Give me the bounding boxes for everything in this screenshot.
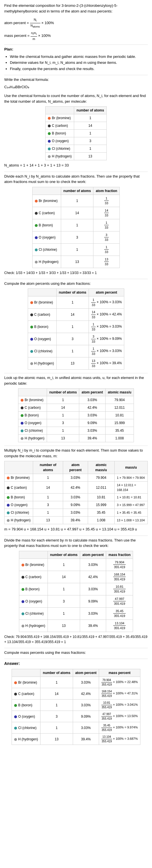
mass-pct-ans: 168.154355.419 × 100% = 47.31%	[99, 688, 140, 700]
col-mass4: atomic mass/u	[105, 389, 134, 396]
table-row: H (hydrogen) 13 1333 × 100% = 39.4%	[28, 358, 124, 370]
table-row: O (oxygen) 3 9.09% 15.999	[18, 419, 134, 427]
atom-pct-mf: 42.4%	[80, 571, 106, 583]
count-mf: 1	[47, 607, 80, 620]
table-row: Br (bromine) 1 3.03% 79.904355.419	[19, 559, 133, 571]
col-number-of-atoms: number of atoms	[74, 107, 106, 114]
mass-pct-ans: 13.104355.419 × 100% = 3.687%	[99, 734, 140, 745]
element-label: C (carbon)	[12, 688, 40, 700]
table-row: H (hydrogen) 13	[46, 153, 106, 160]
mass-mc: 1.008	[88, 517, 114, 524]
plan-item-2: Determine values for N_i, m_i, N_atoms a…	[10, 60, 148, 65]
table-row: Cl (chlorine) 1	[46, 145, 106, 153]
count-mc: 1	[33, 509, 63, 517]
col-mass-u: mass/u	[114, 461, 148, 474]
element-dot	[48, 148, 51, 150]
check-fractions: Check: 1/33 + 14/33 + 1/33 + 3/33 + 1/33…	[4, 270, 148, 275]
col-mass-pct7: mass percent	[99, 669, 140, 677]
count-ans: 1	[40, 722, 73, 734]
atom-pct-am: 9.09%	[79, 419, 105, 427]
element-label: Cl (chlorine)	[19, 607, 47, 620]
atom-pct-ans: 39.4%	[73, 734, 99, 745]
atom-pct-am: 39.4%	[79, 435, 105, 442]
table-row: Br (bromine) 1 3.03% 79.904	[18, 396, 134, 404]
table-row: B (boron) 1 3.03% 10.81355.419 × 100% = …	[12, 700, 140, 711]
element-label: Br (bromine)	[32, 194, 61, 207]
element-dot	[48, 155, 51, 158]
atom-pct-mc: 39.4%	[63, 517, 88, 524]
element-dot	[7, 487, 10, 489]
element-label: B (boron)	[4, 494, 33, 501]
atom-count-frac: 1	[61, 194, 93, 207]
element-dot	[14, 704, 17, 707]
formula-instruction: Write the chemical formula:	[4, 77, 148, 83]
formulas-section: atom percent = NiNatoms × 100% mass perc…	[4, 17, 148, 41]
atom-count-frac: 1	[61, 243, 93, 255]
table-row: Cl (chlorine) 1 3.03% 35.45 1 × 35.45 = …	[4, 509, 148, 517]
element-label: O (oxygen)	[46, 137, 74, 145]
col-num-atoms5: number of atoms	[33, 461, 63, 474]
multiply-label: Multiply N_i by m_i to compute the mass …	[4, 447, 148, 459]
page-header: Find the elemental composition for 3-bro…	[4, 3, 148, 14]
element-dot	[14, 727, 17, 730]
mass-frac-value: 13.104355.419	[106, 620, 133, 632]
col-atom-frac: atom fraction	[93, 187, 120, 194]
col-atom-pct: atom percent	[89, 289, 124, 297]
atom-count-frac: 13	[61, 255, 93, 268]
element-dot	[7, 504, 10, 507]
element-label: B (boron)	[19, 583, 47, 595]
element-dot	[30, 362, 33, 365]
mass-percent-section: Compute mass percents using the mass fra…	[4, 650, 148, 655]
table-row: O (oxygen) 3 333 × 100% = 9.09%	[28, 333, 124, 345]
table-row: Cl (chlorine) 1 3.03% 35.45355.419 × 100…	[12, 722, 140, 734]
atom-pct-mf: 3.03%	[80, 607, 106, 620]
count-ans: 13	[40, 734, 73, 745]
mass-fraction-table: number of atoms atom percent mass fracti…	[19, 551, 133, 632]
element-label: O (oxygen)	[18, 419, 47, 427]
col-num-atoms2: number of atoms	[61, 187, 93, 194]
element-label: O (oxygen)	[12, 711, 40, 722]
table-row: C (carbon) 14 42.4% 12.011 14 × 12.011 =…	[4, 482, 148, 494]
table-row: Cl (chlorine) 1 3.03% 35.45355.419	[19, 607, 133, 620]
count-mc: 13	[33, 517, 63, 524]
table-row: B (boron) 1	[46, 130, 106, 137]
atom-pct-mc: 3.03%	[63, 474, 88, 482]
table-row: B (boron) 1 3.03% 10.81355.419	[19, 583, 133, 595]
atom-pct-mf: 3.03%	[80, 559, 106, 571]
count-ans: 3	[40, 711, 73, 722]
element-label: C (carbon)	[46, 122, 74, 130]
table-row: H (hydrogen) 13 1333	[32, 255, 119, 268]
col-element	[46, 107, 74, 114]
col-atom-pct5: atom percent	[63, 461, 88, 474]
mass-percents-label: Compute mass percents using the mass fra…	[4, 650, 148, 655]
element-dot	[30, 301, 33, 304]
atom-fraction-value: 1433	[93, 207, 120, 219]
element-dot	[35, 212, 38, 215]
table-row: Cl (chlorine) 1 133	[32, 243, 119, 255]
mass-mc: 10.81	[88, 494, 114, 501]
atom-percent-calc: 133 × 100% = 3.03%	[89, 345, 124, 358]
element-label: Br (bromine)	[18, 396, 47, 404]
table-row: H (hydrogen) 13 39.4% 1.008	[18, 435, 134, 442]
table-row: Cl (chlorine) 1 3.03% 35.45	[18, 427, 134, 435]
element-label: Br (bromine)	[12, 677, 40, 688]
count-ans: 1	[40, 700, 73, 711]
atom-percent-formula: atom percent = NiNatoms × 100%	[4, 17, 148, 29]
element-label: H (hydrogen)	[28, 358, 56, 370]
element-label: H (hydrogen)	[19, 620, 47, 632]
table-row: H (hydrogen) 13 39.4% 13.104355.419 × 10…	[12, 734, 140, 745]
count-mc: 1	[33, 474, 63, 482]
table-row: C (carbon) 14 42.4% 12.011	[18, 404, 134, 411]
atom-count-section: Use the chemical formula to count the nu…	[4, 93, 148, 168]
atom-count-pct: 13	[56, 358, 88, 370]
element-dot	[21, 414, 24, 417]
element-label: C (carbon)	[19, 571, 47, 583]
element-dot	[48, 117, 51, 120]
table-row: Br (bromine) 1 3.03% 79.904355.419 × 100…	[12, 677, 140, 688]
atom-percent-calc: 133 × 100% = 3.03%	[89, 297, 124, 309]
element-dot	[22, 625, 24, 627]
divide-label: Divide each N_i by N_atoms to calculate …	[4, 174, 148, 185]
col-element5	[4, 461, 33, 474]
element-label: H (hydrogen)	[12, 734, 40, 745]
atom-count-value: 3	[74, 137, 106, 145]
